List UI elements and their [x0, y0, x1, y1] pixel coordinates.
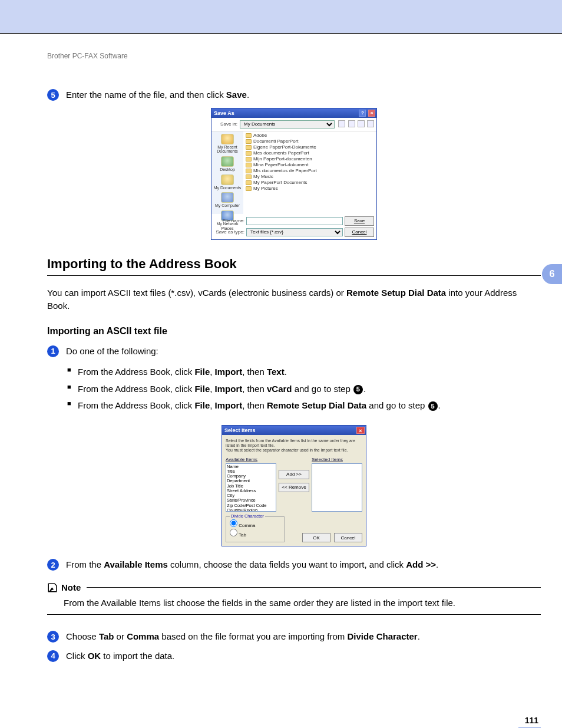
ok-button[interactable]: OK [302, 533, 330, 542]
folder-icon [246, 151, 252, 156]
note-body: From the Available Items list choose the… [64, 597, 541, 610]
cancel-button[interactable]: Cancel [345, 228, 374, 237]
available-items-list[interactable]: Name Title Company Department Job Title … [226, 463, 276, 512]
places-recent[interactable]: My Recent Documents [211, 134, 243, 154]
filename-label: File name: [214, 218, 244, 223]
step-5-post: . [247, 90, 249, 100]
step-3-row: 3 Choose Tab or Comma based on the file … [47, 630, 541, 644]
cancel-button[interactable]: Cancel [334, 533, 362, 542]
section-rule [47, 275, 541, 276]
help-icon[interactable]: ? [359, 110, 366, 117]
step-ref-badge: 5 [353, 385, 363, 394]
folder-icon [246, 186, 252, 191]
folder-icon [246, 145, 252, 150]
file-item[interactable]: Documenti PaperPort [246, 139, 374, 144]
file-item[interactable]: My PaperPort Documents [246, 180, 374, 186]
step-4-text: Click OK to import the data. [66, 650, 174, 663]
file-item[interactable]: Eigene PaperPort-Dokumente [246, 144, 374, 150]
folder-icon [246, 133, 252, 138]
places-desktop[interactable]: Desktop [220, 156, 235, 172]
note-title: Note [61, 582, 81, 592]
select-items-title: Select Items [224, 427, 256, 433]
bullet-3: From the Address Book, click File, Impor… [67, 397, 541, 414]
file-item[interactable]: Adobe [246, 133, 374, 139]
note-rule-top [87, 587, 541, 588]
file-item[interactable]: Mina PaperPort-dokument [246, 162, 374, 168]
step-4-badge: 4 [47, 650, 59, 662]
step-1-row: 1 Do one of the following: [47, 345, 541, 358]
select-items-hint: Select the fields from the Available Ite… [226, 439, 362, 453]
file-item[interactable]: Mes documents PaperPort [246, 150, 374, 156]
bullet-1: From the Address Book, click File, Impor… [67, 364, 541, 381]
file-item[interactable]: My Pictures [246, 186, 374, 192]
close-icon[interactable]: × [368, 110, 375, 117]
window-buttons: ? × [358, 110, 375, 117]
folder-icon [246, 139, 252, 144]
save-as-toolbar: Save in: My Documents [211, 118, 376, 131]
remove-button[interactable]: << Remove [279, 483, 309, 492]
step-2-badge: 2 [47, 559, 59, 571]
add-button[interactable]: Add >> [279, 470, 309, 479]
save-as-titlebar: Save As ? × [211, 108, 376, 118]
folder-icon [246, 180, 252, 185]
select-items-screenshot: Select Items × Select the fields from th… [47, 425, 541, 547]
page-body: Brother PC-FAX Software 6 5 Enter the na… [0, 34, 562, 728]
available-items-head: Available Items [226, 457, 276, 462]
folder-icon [246, 163, 252, 167]
save-in-select[interactable]: My Documents [240, 120, 335, 129]
up-icon[interactable] [348, 120, 355, 127]
toolbar-icons [337, 120, 374, 129]
step-3-badge: 3 [47, 631, 59, 643]
folder-icon [246, 169, 252, 173]
note-rule-bottom [47, 614, 541, 615]
file-list[interactable]: Adobe Documenti PaperPort Eigene PaperPo… [243, 131, 376, 214]
section-heading: Importing to the Address Book [47, 256, 541, 272]
step-ref-badge: 5 [428, 401, 438, 411]
divide-character-group: Divide Character Comma Tab [226, 516, 285, 542]
section-intro: You can import ASCII text files (*.csv),… [47, 286, 541, 313]
radio-comma[interactable]: Comma [230, 519, 280, 529]
file-item[interactable]: Mijn PaperPort-documenten [246, 156, 374, 162]
places-mydocs[interactable]: My Documents [214, 174, 242, 190]
divide-legend: Divide Character [230, 513, 265, 519]
step-2-text: From the Available Items column, choose … [66, 558, 438, 572]
list-item[interactable]: Country/Region [227, 508, 275, 512]
step-5-pre: Enter the name of the file, and then cli… [66, 90, 226, 100]
step-5-row: 5 Enter the name of the file, and then c… [47, 88, 541, 102]
views-icon[interactable] [367, 120, 374, 127]
back-icon[interactable] [338, 120, 345, 127]
newfolder-icon[interactable] [358, 120, 365, 127]
selected-items-head: Selected Items [312, 457, 362, 462]
note-block: Note From the Available Items list choos… [47, 582, 541, 615]
step-1-text: Do one of the following: [66, 345, 158, 358]
step-3-text: Choose Tab or Comma based on the file fo… [66, 630, 420, 644]
chapter-tab: 6 [542, 264, 562, 284]
save-as-title: Save As [214, 110, 234, 116]
select-items-dialog: Select Items × Select the fields from th… [222, 425, 366, 547]
step-4-row: 4 Click OK to import the data. [47, 650, 541, 663]
save-in-label: Save in: [214, 121, 237, 127]
file-item[interactable]: Mis documentos de PaperPort [246, 168, 374, 174]
file-item[interactable]: My Music [246, 174, 374, 180]
step-5-badge: 5 [47, 89, 59, 101]
places-mycomp[interactable]: My Computer [215, 192, 240, 208]
save-button[interactable]: Save [345, 216, 374, 226]
folder-icon [246, 157, 252, 162]
close-icon[interactable]: × [356, 427, 365, 434]
filename-input[interactable] [246, 217, 343, 225]
save-as-screenshot: Save As ? × Save in: My Documents My [47, 108, 541, 240]
select-items-titlebar: Select Items × [222, 426, 366, 435]
bullet-2: From the Address Book, click File, Impor… [67, 381, 541, 398]
sub-heading: Importing an ASCII text file [47, 326, 541, 337]
step-1-bullets: From the Address Book, click File, Impor… [67, 364, 541, 414]
intro-bold: Remote Setup Dial Data [346, 288, 446, 298]
folder-icon [246, 174, 252, 179]
step-5-bold: Save [226, 90, 247, 100]
save-as-dialog: Save As ? × Save in: My Documents My [211, 108, 377, 240]
selected-items-list[interactable] [312, 463, 362, 512]
step-5-text: Enter the name of the file, and then cli… [66, 88, 249, 102]
savetype-select[interactable]: Text files {*.csv} [246, 228, 343, 236]
step-2-row: 2 From the Available Items column, choos… [47, 558, 541, 572]
radio-tab[interactable]: Tab [230, 529, 280, 538]
top-band [0, 0, 562, 34]
